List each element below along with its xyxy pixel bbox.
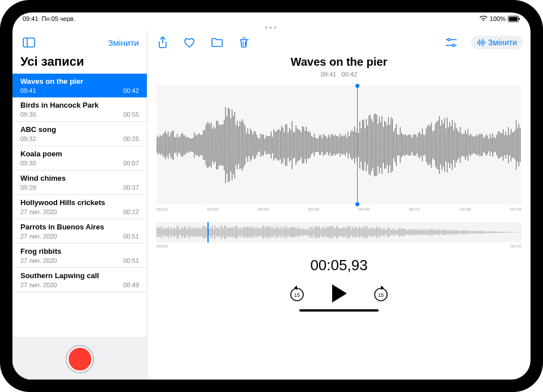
folder-button[interactable] <box>209 35 226 50</box>
recording-item[interactable]: Wind chimes09:2800:37 <box>12 171 147 195</box>
recording-item-time: 09:36 <box>20 111 36 118</box>
recording-subtitle-duration: 00:42 <box>342 71 358 78</box>
record-bar <box>12 338 147 380</box>
rewind-15-button[interactable]: 15 <box>288 284 306 302</box>
timeline-tick: 00:02 <box>156 207 168 212</box>
recording-item-title: Waves on the pier <box>20 77 139 86</box>
recording-item-duration: 00:42 <box>123 87 139 94</box>
recording-item-time: 09:32 <box>20 135 36 142</box>
recording-item-time: 09:30 <box>20 160 36 167</box>
timeline-tick: 00:03 <box>207 207 218 212</box>
timeline-ticks: 00:0200:0300:0400:0500:0600:0700:0800:09 <box>156 204 521 214</box>
recording-item-title: Parrots in Buenos Aires <box>20 223 139 231</box>
recording-item-duration: 00:07 <box>123 160 139 167</box>
main-panel: Змінити Waves on the pier 09:41 00:42 <box>147 31 531 380</box>
timeline-tick: 00:06 <box>359 207 370 212</box>
waveform-large[interactable] <box>156 86 521 204</box>
svg-text:15: 15 <box>378 292 384 298</box>
status-bar: 09:41 Пн 05 черв. 100% <box>12 12 531 25</box>
recording-item-time: 27 лип. 2020 <box>20 282 57 288</box>
timeline-tick: 00:09 <box>510 207 521 212</box>
favorite-button[interactable] <box>181 35 197 50</box>
recording-item-duration: 00:55 <box>123 111 139 118</box>
home-indicator[interactable] <box>299 309 379 312</box>
recording-subtitle-time: 09:41 <box>321 71 337 78</box>
timeline-tick: 00:07 <box>409 207 421 212</box>
recording-item-duration: 00:22 <box>123 208 139 215</box>
waveform-small-icon <box>477 39 486 46</box>
recording-item[interactable]: ABC song09:3200:25 <box>12 122 147 146</box>
recording-item[interactable]: Waves on the pier09:4100:42 <box>12 74 147 97</box>
sidebar-title: Усі записи <box>12 52 147 74</box>
recording-item-time: 27 лип. 2020 <box>20 208 57 215</box>
recording-item-duration: 00:51 <box>123 233 139 240</box>
timeline-tick: 00:08 <box>460 207 471 212</box>
status-time: 09:41 <box>23 15 39 22</box>
playhead[interactable] <box>357 86 358 204</box>
sidebar-toggle-button[interactable] <box>20 35 37 50</box>
screen: 09:41 Пн 05 черв. 100% ●●● <box>12 12 531 380</box>
recording-item-title: Frog ribbits <box>20 247 139 255</box>
recording-item-time: 09:28 <box>20 184 36 191</box>
recording-item[interactable]: Hollywood Hills crickets27 лип. 202000:2… <box>12 195 147 219</box>
recording-item-title: Koala poem <box>20 150 139 158</box>
recording-item[interactable]: Southern Lapwing call27 лип. 202000:49 <box>12 268 147 292</box>
recording-item-duration: 00:37 <box>123 184 139 191</box>
sidebar: Змінити Усі записи Waves on the pier09:4… <box>12 31 147 380</box>
timeline-tick: 00:04 <box>257 207 269 212</box>
waveform-overview[interactable] <box>156 222 521 242</box>
ipad-frame: 09:41 Пн 05 черв. 100% ●●● <box>0 0 543 392</box>
overview-playhead[interactable] <box>207 222 209 242</box>
svg-rect-2 <box>519 18 520 20</box>
recording-item[interactable]: Koala poem09:3000:07 <box>12 146 147 171</box>
recording-item-title: Wind chimes <box>20 174 139 182</box>
svg-rect-1 <box>509 17 517 21</box>
recording-item-title: Southern Lapwing call <box>20 271 139 280</box>
recording-title: Waves on the pier <box>147 56 531 69</box>
play-button[interactable] <box>330 283 348 304</box>
recording-item[interactable]: Frog ribbits27 лип. 202000:51 <box>12 244 147 268</box>
options-button[interactable] <box>443 36 460 49</box>
wifi-icon <box>480 16 487 22</box>
recording-item-duration: 00:49 <box>123 282 139 288</box>
recording-item-time: 27 лип. 2020 <box>20 233 57 240</box>
recording-item[interactable]: Parrots in Buenos Aires27 лип. 202000:51 <box>12 219 147 244</box>
recordings-list[interactable]: Waves on the pier09:4100:42Birds in Hanc… <box>12 74 147 338</box>
current-time: 00:05,93 <box>147 257 531 274</box>
recording-subtitle: 09:41 00:42 <box>147 71 531 78</box>
svg-text:15: 15 <box>294 292 300 298</box>
recording-item-time: 09:41 <box>20 87 36 94</box>
recording-item-title: Birds in Hancock Park <box>20 101 139 109</box>
recording-item-title: Hollywood Hills crickets <box>20 198 139 207</box>
recording-item-title: ABC song <box>20 125 139 134</box>
battery-icon <box>508 16 520 22</box>
sidebar-edit-button[interactable]: Змінити <box>108 38 139 48</box>
overview-start: 00:00 <box>156 244 168 249</box>
edit-recording-label: Змінити <box>488 38 517 47</box>
battery-percent: 100% <box>490 15 506 22</box>
recording-item[interactable]: Birds in Hancock Park09:3600:55 <box>12 97 147 122</box>
timeline-tick: 00:05 <box>308 207 319 212</box>
svg-rect-3 <box>23 38 35 47</box>
multitask-handle[interactable]: ●●● <box>12 25 531 31</box>
recording-item-duration: 00:51 <box>123 257 139 264</box>
record-button[interactable] <box>67 346 93 372</box>
overview-end: 00:42 <box>510 244 521 249</box>
svg-point-6 <box>448 39 450 41</box>
svg-point-8 <box>452 44 455 46</box>
recording-item-time: 27 лип. 2020 <box>20 257 57 264</box>
recording-item-duration: 00:25 <box>123 135 139 142</box>
share-button[interactable] <box>155 34 170 51</box>
forward-15-button[interactable]: 15 <box>372 284 390 302</box>
edit-recording-button[interactable]: Змінити <box>471 36 523 49</box>
status-date: Пн 05 черв. <box>42 15 75 22</box>
delete-button[interactable] <box>237 35 252 50</box>
